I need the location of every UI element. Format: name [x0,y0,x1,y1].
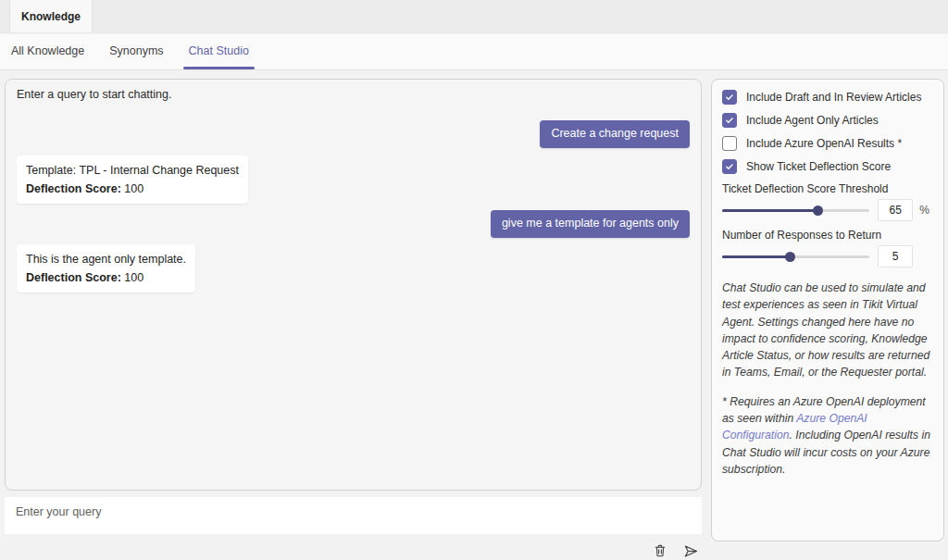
checkbox-label: Include Agent Only Articles [746,114,879,127]
bot-message-line: Template: TPL - Internal Change Request [26,161,239,180]
slider-thumb[interactable] [813,205,823,216]
chat-action-row [5,541,702,560]
chat-message-user: give me a template for agents only [17,210,690,238]
checkmark-icon [725,116,734,125]
checkbox-label: Include Azure OpenAI Results * [746,137,902,150]
top-app-bar: Knowledge [0,0,948,32]
responses-label: Number of Responses to Return [722,229,933,242]
checkbox-include-agent-only[interactable]: Include Agent Only Articles [722,113,933,128]
checkbox-include-openai[interactable]: Include Azure OpenAI Results * [722,136,933,151]
chat-transcript-panel: Enter a query to start chatting. Create … [5,79,702,491]
slider-track[interactable] [722,255,869,258]
threshold-slider-row: % [722,199,933,221]
send-icon [683,543,699,559]
chat-studio-description: Chat Studio can be used to simulate and … [722,280,933,381]
responses-slider-row [722,245,933,268]
checkbox[interactable] [722,90,737,105]
checkbox[interactable] [722,136,737,151]
responses-slider[interactable] [722,251,869,263]
user-message-bubble: Create a change request [540,120,690,148]
checkbox-label: Include Draft and In Review Articles [746,91,921,104]
checkbox-include-draft[interactable]: Include Draft and In Review Articles [722,90,933,105]
clear-chat-button[interactable] [651,541,669,560]
bot-message-score-line: Deflection Score: 100 [26,180,239,198]
threshold-unit: % [919,204,933,217]
tab-synonyms[interactable]: Synonyms [109,32,163,69]
bot-message-score-line: Deflection Score: 100 [26,268,186,287]
slider-thumb[interactable] [785,252,795,262]
checkmark-icon [725,93,734,102]
checkmark-icon [725,162,734,171]
chat-intro-text: Enter a query to start chatting. [17,88,690,101]
bot-message-bubble: Template: TPL - Internal Change Request … [17,156,248,204]
tab-chat-studio[interactable]: Chat Studio [189,32,249,69]
checkbox[interactable] [722,159,737,174]
tab-bar: All Knowledge Synonyms Chat Studio [0,32,948,70]
trash-icon [653,543,667,558]
checkbox-label: Show Ticket Deflection Score [746,160,891,173]
checkbox[interactable] [722,113,737,128]
slider-fill [722,255,790,258]
query-input[interactable] [5,497,702,534]
threshold-value-input[interactable] [878,199,913,221]
bot-message-bubble: This is the agent only template. Deflect… [17,244,195,292]
chat-message-user: Create a change request [17,120,690,148]
user-message-bubble: give me a template for agents only [491,210,690,238]
send-button[interactable] [681,541,700,560]
chat-studio-settings-panel: Include Draft and In Review Articles Inc… [711,79,944,541]
bot-message-line: This is the agent only template. [26,250,186,268]
chat-message-bot: This is the agent only template. Deflect… [17,244,690,292]
checkbox-show-deflection-score[interactable]: Show Ticket Deflection Score [722,159,933,174]
openai-requirement-note: * Requires an Azure OpenAI deployment as… [722,393,933,478]
threshold-slider[interactable] [722,205,869,217]
slider-fill [722,209,817,212]
slider-track[interactable] [722,209,869,212]
threshold-label: Ticket Deflection Score Threshold [722,182,933,195]
responses-value-input[interactable] [878,245,913,268]
chat-message-bot: Template: TPL - Internal Change Request … [17,156,690,204]
tab-all-knowledge[interactable]: All Knowledge [11,32,84,69]
app-tab-knowledge[interactable]: Knowledge [9,0,93,32]
